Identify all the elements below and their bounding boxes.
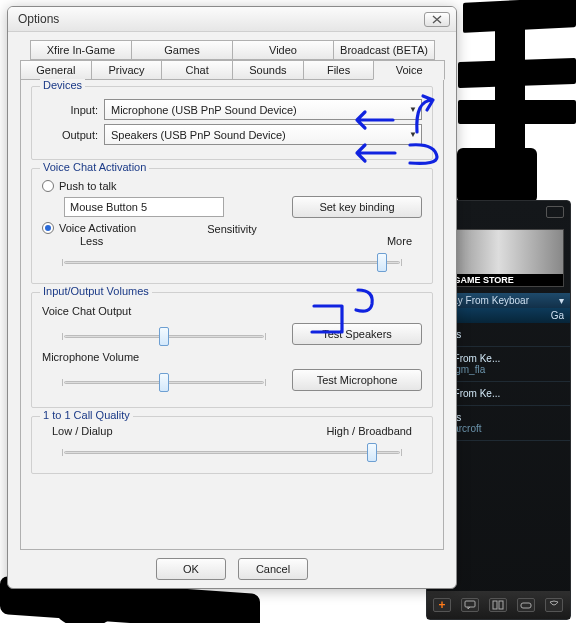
- bottom-toolbar: +: [427, 591, 570, 619]
- keybind-field[interactable]: Mouse Button 5: [64, 197, 224, 217]
- svg-rect-0: [465, 601, 475, 607]
- test-speakers-button[interactable]: Test Speakers: [292, 323, 422, 345]
- group-label: Voice Chat Activation: [40, 161, 149, 173]
- group-label: Devices: [40, 79, 85, 91]
- slider-thumb[interactable]: [159, 327, 169, 346]
- radio-push-to-talk[interactable]: Push to talk: [42, 180, 422, 192]
- tab-chat[interactable]: Chat: [161, 60, 233, 80]
- tab-video[interactable]: Video: [232, 40, 334, 60]
- window-title: Options: [18, 12, 59, 26]
- output-label: Output:: [42, 129, 98, 141]
- tab-privacy[interactable]: Privacy: [91, 60, 163, 80]
- tabs: Xfire In-Game Games Video Broadcast (BET…: [20, 40, 444, 80]
- servers-icon[interactable]: [489, 598, 507, 612]
- chevron-down-icon: ▼: [409, 130, 417, 139]
- tab-games[interactable]: Games: [131, 40, 233, 60]
- output-device-select[interactable]: Speakers (USB PnP Sound Device) ▼: [104, 124, 422, 145]
- radio-icon: [42, 222, 54, 234]
- svg-rect-3: [521, 603, 531, 608]
- radio-icon: [42, 180, 54, 192]
- close-button[interactable]: [424, 12, 450, 27]
- options-window: Options Xfire In-Game Games Video Broadc…: [7, 6, 457, 589]
- tab-broadcast[interactable]: Broadcast (BETA): [333, 40, 435, 60]
- radio-label: Voice Activation: [59, 222, 136, 234]
- microphone-slider[interactable]: [42, 367, 286, 393]
- keybind-value: Mouse Button 5: [70, 201, 147, 213]
- slider-thumb[interactable]: [159, 373, 169, 392]
- chevron-down-icon: ▼: [409, 105, 417, 114]
- quality-slider[interactable]: [42, 437, 422, 463]
- svg-rect-1: [493, 601, 497, 609]
- group-label: 1 to 1 Call Quality: [40, 409, 133, 421]
- slider-thumb[interactable]: [367, 443, 377, 462]
- slider-label-right: More: [387, 235, 412, 247]
- tab-files[interactable]: Files: [303, 60, 375, 80]
- vco-label: Voice Chat Output: [42, 305, 422, 317]
- tab-xfire-in-game[interactable]: Xfire In-Game: [30, 40, 132, 60]
- input-device-select[interactable]: Microphone (USB PnP Sound Device) ▼: [104, 99, 422, 120]
- slider-label-left: Less: [80, 235, 103, 247]
- slider-thumb[interactable]: [377, 253, 387, 272]
- tab-voice[interactable]: Voice: [373, 60, 445, 80]
- sensitivity-slider[interactable]: [42, 247, 422, 273]
- radio-label: Push to talk: [59, 180, 116, 192]
- test-microphone-button[interactable]: Test Microphone: [292, 369, 422, 391]
- tab-pane-voice: Devices Input: Microphone (USB PnP Sound…: [20, 80, 444, 550]
- group-activation: Voice Chat Activation Push to talk Mouse…: [31, 168, 433, 284]
- mic-label: Microphone Volume: [42, 351, 422, 363]
- input-label: Input:: [42, 104, 98, 116]
- output-device-value: Speakers (USB PnP Sound Device): [111, 129, 286, 141]
- titlebar: Options: [8, 7, 456, 32]
- slider-label-right: High / Broadband: [326, 425, 412, 437]
- add-icon[interactable]: +: [433, 598, 451, 612]
- chat-icon[interactable]: [461, 598, 479, 612]
- minimize-button[interactable]: [546, 206, 564, 218]
- set-key-binding-button[interactable]: Set key binding: [292, 196, 422, 218]
- tab-general[interactable]: General: [20, 60, 92, 80]
- ok-button[interactable]: OK: [156, 558, 226, 580]
- svg-rect-2: [499, 601, 503, 609]
- slider-label-left: Low / Dialup: [52, 425, 113, 437]
- phone-icon[interactable]: [545, 598, 563, 612]
- group-quality: 1 to 1 Call Quality Low / Dialup High / …: [31, 416, 433, 474]
- group-label: Input/Output Volumes: [40, 285, 152, 297]
- voice-output-slider[interactable]: [42, 321, 286, 347]
- tab-sounds[interactable]: Sounds: [232, 60, 304, 80]
- group-volumes: Input/Output Volumes Voice Chat Output T…: [31, 292, 433, 408]
- group-devices: Devices Input: Microphone (USB PnP Sound…: [31, 86, 433, 160]
- gamepad-icon[interactable]: [517, 598, 535, 612]
- cancel-button[interactable]: Cancel: [238, 558, 308, 580]
- input-device-value: Microphone (USB PnP Sound Device): [111, 104, 297, 116]
